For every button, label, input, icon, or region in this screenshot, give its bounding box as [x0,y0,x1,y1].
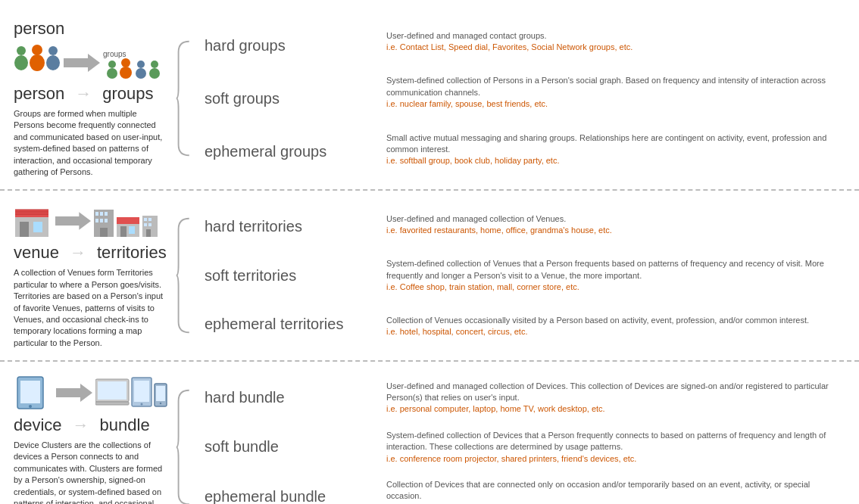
svg-rect-50 [134,381,149,402]
svg-point-1 [14,55,28,70]
svg-rect-40 [148,223,151,226]
category-ephemeral-territories: ephemeral territories [205,311,379,338]
svg-point-15 [149,68,160,79]
category-soft-territories: soft territories [205,263,379,289]
desc-soft-groups-example: i.e. nuclear family, spouse, best friend… [386,98,844,110]
venue-icon [14,202,52,240]
category-ephemeral-bundle: ephemeral bundle [205,484,379,504]
svg-rect-33 [117,217,139,224]
section-groups: person [0,8,859,191]
svg-rect-28 [95,219,98,222]
desc-ephemeral-territories-example: i.e. hotel, hospital, concert, circus, e… [386,326,844,338]
svg-rect-25 [95,212,98,216]
desc-soft-territories-main: System-defined collection of Venues that… [386,258,844,282]
svg-rect-43 [20,381,40,403]
categories-bundle: hard bundle soft bundle ephemeral bundle [197,369,379,504]
icons-row-bundle [14,373,168,412]
svg-text:groups: groups [103,50,127,58]
svg-rect-29 [100,219,103,222]
desc-ephemeral-groups: Small active mutual messaging and sharin… [386,129,844,170]
svg-rect-53 [156,386,165,401]
person-label: person [14,19,64,39]
brace-groups-svg [174,38,197,159]
svg-point-10 [121,58,130,67]
svg-rect-17 [15,210,48,217]
svg-rect-34 [120,226,127,237]
category-soft-groups: soft groups [205,86,379,112]
desc-hard-groups-example: i.e. Contact List, Speed dial, Favorites… [386,42,844,53]
svg-point-0 [17,46,26,55]
desc-ephemeral-groups-main: Small active mutual messaging and sharin… [386,132,844,156]
desc-soft-groups-main: System-defined collection of Persons in … [386,75,844,98]
desc-soft-bundle: System-defined collection of Devices tha… [386,427,844,468]
desc-soft-groups: System-defined collection of Persons in … [386,72,844,113]
brace-territories [174,198,197,353]
desc-ephemeral-territories: Collection of Venues occasionally visite… [386,312,844,341]
desc-ephemeral-bundle-main: Collection of Devices that are connected… [386,479,844,502]
svg-rect-30 [105,219,108,222]
section-territories: venue → territories A collection of Venu… [0,191,859,362]
groups-icon: groups [103,46,164,79]
person-group-icon [14,45,61,81]
left-panel-bundle: device → bundle Device Clusters are the … [8,369,174,504]
device-text-label: device [14,415,62,435]
brace-territories-svg [174,215,197,336]
svg-point-8 [108,61,116,68]
bundle-description: Device Clusters are the collections of d… [14,440,168,504]
svg-point-44 [29,405,32,408]
territories-text-label: territories [97,243,167,263]
bundle-devices-icon [95,373,167,412]
main-container: person [0,0,859,504]
svg-rect-39 [144,223,147,226]
desc-soft-territories-example: i.e. Coffee shop, train station, mall, c… [386,282,844,293]
category-hard-bundle: hard bundle [205,384,379,411]
svg-point-11 [120,67,132,79]
svg-point-9 [107,68,117,79]
svg-rect-35 [129,226,135,234]
svg-rect-41 [146,229,151,237]
svg-point-12 [137,61,145,68]
desc-hard-groups: User-defined and managed contact groups.… [386,27,844,57]
descriptions-groups: User-defined and managed contact groups.… [379,15,851,182]
descriptions-bundle: User-defined and managed collection of D… [379,369,851,504]
svg-rect-31 [100,228,108,237]
svg-rect-18 [20,222,29,237]
territories-arrow-icon [55,212,91,230]
icons-row-territories [14,202,168,240]
svg-point-51 [141,403,143,406]
desc-hard-bundle-example: i.e. personal computer, laptop, home TV,… [386,403,844,415]
desc-hard-territories-example: i.e. favorited restaurants, home, office… [386,225,844,236]
icons-row-groups: groups [14,45,168,81]
groups-description: Groups are formed when multiple Persons … [14,108,168,178]
groups-arrow-icon [64,54,100,72]
svg-point-2 [32,45,42,55]
brace-bundle-svg [174,387,197,504]
svg-marker-45 [56,384,92,402]
category-hard-territories: hard territories [205,213,379,240]
descriptions-territories: User-defined and managed collection of V… [379,198,851,353]
svg-point-4 [48,46,58,55]
bundle-text-label: bundle [100,415,150,435]
category-ephemeral-groups: ephemeral groups [205,138,379,165]
device-single-icon [14,374,53,412]
desc-soft-bundle-main: System-defined collection of Devices tha… [386,430,844,453]
venue-text-label: venue [14,243,59,263]
bundle-arrow-icon [56,384,92,402]
categories-groups: hard groups soft groups ephemeral groups [197,15,379,182]
concept-row-groups-labels: person → groups [14,84,168,104]
svg-point-13 [136,68,146,79]
svg-rect-32 [117,223,139,237]
concept-row-groups: person [14,19,168,39]
svg-marker-6 [64,54,100,72]
person-text-label: person [14,84,64,104]
svg-marker-23 [55,213,91,231]
desc-ephemeral-bundle: Collection of Devices that are connected… [386,476,844,504]
svg-point-5 [46,55,60,70]
territories-description: A collection of Venues form Territories … [14,267,168,349]
svg-rect-38 [148,218,151,221]
svg-rect-48 [95,402,129,405]
desc-hard-territories: User-defined and managed collection of V… [386,210,844,240]
category-hard-groups: hard groups [205,33,379,59]
desc-hard-groups-main: User-defined and managed contact groups. [386,30,844,42]
concept-row-territories-labels: venue → territories [14,243,168,263]
